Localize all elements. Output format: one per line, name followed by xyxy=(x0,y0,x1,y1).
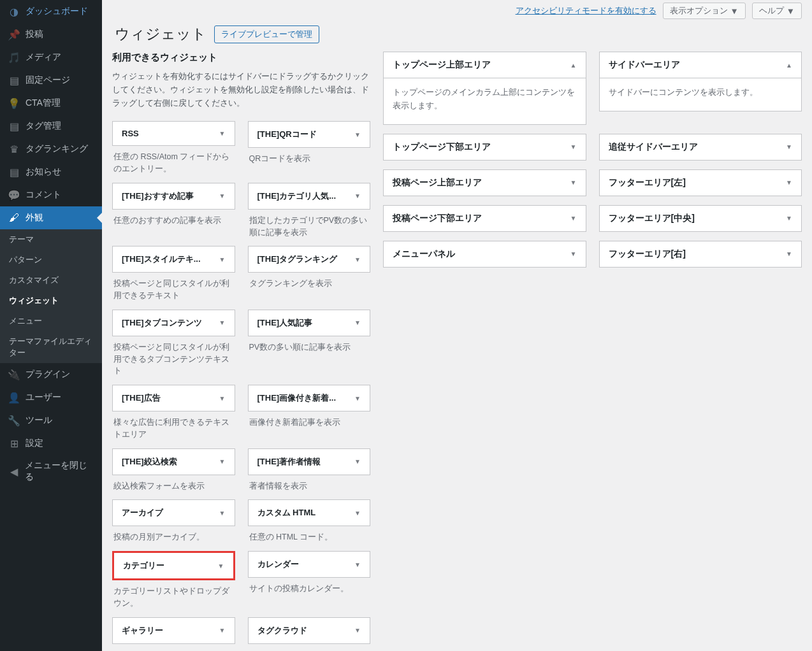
widget-block: アーカイブ▼投稿の月別アーカイブ。 xyxy=(112,499,235,545)
screen-options-button[interactable]: 表示オプション ▼ xyxy=(663,3,746,19)
widget-head[interactable]: カレンダー▼ xyxy=(248,551,371,578)
widget-head[interactable]: [THE]タブコンテンツ▼ xyxy=(112,310,235,336)
chevron-down-icon[interactable]: ▼ xyxy=(570,250,577,257)
widget-head[interactable]: [THE]人気記事▼ xyxy=(248,310,371,336)
widget-head[interactable]: [THE]QRコード▼ xyxy=(248,121,371,148)
menu-comments[interactable]: 💬コメント xyxy=(0,183,102,206)
menu-label: ダッシュボード xyxy=(25,6,88,17)
wrench-icon: 🔧 xyxy=(8,414,20,427)
brush-icon: 🖌 xyxy=(8,211,20,224)
chevron-down-icon[interactable]: ▼ xyxy=(570,215,577,222)
widget-head[interactable]: [THE]著作者情報▼ xyxy=(248,448,371,475)
chevron-down-icon[interactable]: ▼ xyxy=(786,143,792,150)
widget-head[interactable]: タグクラウド▼ xyxy=(248,617,371,644)
chevron-down-icon[interactable]: ▼ xyxy=(570,143,577,150)
widget-head[interactable]: [THE]スタイルテキ...▼ xyxy=(112,246,235,273)
admin-sidebar: ◑ダッシュボード 📌投稿 🎵メディア ▤固定ページ 💡CTA管理 ▤タグ管理 ♛… xyxy=(0,0,102,651)
widget-desc: 著者情報を表示 xyxy=(248,480,371,494)
chevron-down-icon: ▼ xyxy=(219,395,226,402)
chevron-down-icon: ▼ xyxy=(219,256,226,263)
available-widgets-section: 利用できるウィジェット ウィジェットを有効化するにはサイドバーにドラッグするかク… xyxy=(112,52,370,644)
menu-label: タグランキング xyxy=(25,143,88,155)
chevron-down-icon[interactable]: ▼ xyxy=(570,179,577,186)
widget-area: トップページ上部エリア▲トップページのメインカラム上部にコンテンツを表示します。 xyxy=(383,52,586,125)
menu-tags[interactable]: ▤タグ管理 xyxy=(0,115,102,138)
menu-pages[interactable]: ▤固定ページ xyxy=(0,69,102,92)
submenu-widgets[interactable]: ウィジェット xyxy=(0,290,102,311)
area-head[interactable]: 投稿ページ下部エリア▼ xyxy=(384,206,586,231)
area-head[interactable]: フッターエリア[左]▼ xyxy=(600,170,802,196)
widget-head[interactable]: アーカイブ▼ xyxy=(112,499,235,526)
area-head[interactable]: フッターエリア[右]▼ xyxy=(600,241,802,267)
widget-head[interactable]: カスタム HTML▼ xyxy=(248,499,371,526)
menu-settings[interactable]: ⊞設定 xyxy=(0,432,102,455)
menu-dashboard[interactable]: ◑ダッシュボード xyxy=(0,0,102,23)
widget-block: [THE]絞込検索▼絞込検索フォームを表示 xyxy=(112,448,235,494)
chevron-down-icon[interactable]: ▼ xyxy=(786,215,792,222)
widget-block: [THE]カテゴリ人気...▼指定したカテゴリでPV数の多い順に記事を表示 xyxy=(248,183,371,240)
gauge-icon: ◑ xyxy=(8,5,20,18)
widget-head[interactable]: [THE]広告▼ xyxy=(112,385,235,411)
widget-head[interactable]: [THE]タグランキング▼ xyxy=(248,246,371,273)
widget-head[interactable]: RSS▼ xyxy=(112,121,235,146)
area-head[interactable]: トップページ上部エリア▲ xyxy=(384,52,586,78)
widget-head[interactable]: [THE]画像付き新着...▼ xyxy=(248,385,371,411)
widget-head[interactable]: [THE]おすすめ記事▼ xyxy=(112,183,235,210)
menu-collapse[interactable]: ◀メニューを閉じる xyxy=(0,455,102,488)
widget-head[interactable]: [THE]絞込検索▼ xyxy=(112,448,235,475)
a11y-link[interactable]: アクセシビリティモードを有効にする xyxy=(516,5,656,17)
menu-appearance[interactable]: 🖌外観 xyxy=(0,206,102,229)
chevron-up-icon[interactable]: ▲ xyxy=(786,62,792,69)
widget-title: カスタム HTML xyxy=(257,507,316,519)
area-head[interactable]: トップページ下部エリア▼ xyxy=(384,134,586,160)
widget-area: トップページ下部エリア▼ xyxy=(383,134,586,161)
area-head[interactable]: フッターエリア[中央]▼ xyxy=(600,206,802,231)
area-body: トップページのメインカラム上部にコンテンツを表示します。 xyxy=(384,78,586,124)
widget-head[interactable]: カテゴリー▼ xyxy=(112,551,235,580)
menu-cta[interactable]: 💡CTA管理 xyxy=(0,92,102,115)
area-head[interactable]: 追従サイドバーエリア▼ xyxy=(600,134,802,160)
widget-block: RSS▼任意の RSS/Atom フィードからのエントリー。 xyxy=(112,121,235,176)
menu-label: ツール xyxy=(25,415,52,426)
widget-area: メニューパネル▼ xyxy=(383,241,586,268)
menu-label: プラグイン xyxy=(25,369,70,380)
menu-tools[interactable]: 🔧ツール xyxy=(0,409,102,432)
area-title: 投稿ページ下部エリア xyxy=(393,213,482,224)
chevron-up-icon[interactable]: ▲ xyxy=(570,62,577,69)
pin-icon: 📌 xyxy=(8,28,20,41)
chevron-down-icon[interactable]: ▼ xyxy=(786,250,792,257)
submenu-customize[interactable]: カスタマイズ xyxy=(0,270,102,290)
submenu-themes[interactable]: テーマ xyxy=(0,229,102,250)
chevron-down-icon: ▼ xyxy=(354,510,361,517)
submenu-patterns[interactable]: パターン xyxy=(0,250,102,270)
area-head[interactable]: サイドバーエリア▲ xyxy=(600,52,802,78)
help-button[interactable]: ヘルプ ▼ xyxy=(752,3,802,19)
submenu-menus[interactable]: メニュー xyxy=(0,311,102,331)
menu-notice[interactable]: ▤お知らせ xyxy=(0,161,102,183)
widget-title: [THE]タブコンテンツ xyxy=(122,317,202,329)
menu-label: CTA管理 xyxy=(25,97,61,109)
submenu-editor[interactable]: テーマファイルエディター xyxy=(0,331,102,363)
menu-tagranking[interactable]: ♛タグランキング xyxy=(0,138,102,161)
chevron-down-icon: ▼ xyxy=(787,6,795,16)
chevron-down-icon: ▼ xyxy=(354,256,361,263)
widget-head[interactable]: [THE]カテゴリ人気...▼ xyxy=(248,183,371,210)
area-head[interactable]: メニューパネル▼ xyxy=(384,241,586,267)
menu-posts[interactable]: 📌投稿 xyxy=(0,23,102,46)
chevron-down-icon[interactable]: ▼ xyxy=(786,179,792,186)
menu-plugins[interactable]: 🔌プラグイン xyxy=(0,363,102,386)
widget-block: [THE]タブコンテンツ▼投稿ページと同じスタイルが利用できるタブコンテンツテキ… xyxy=(112,310,235,378)
live-preview-button[interactable]: ライブプレビューで管理 xyxy=(214,25,319,43)
area-head[interactable]: 投稿ページ上部エリア▼ xyxy=(384,170,586,196)
widget-title: [THE]スタイルテキ... xyxy=(122,254,201,265)
widget-head[interactable]: ギャラリー▼ xyxy=(112,617,235,644)
menu-users[interactable]: 👤ユーザー xyxy=(0,386,102,409)
widget-areas-section: トップページ上部エリア▲トップページのメインカラム上部にコンテンツを表示します。… xyxy=(383,52,802,268)
menu-label: お知らせ xyxy=(25,166,61,178)
chevron-down-icon: ▼ xyxy=(730,6,739,16)
chevron-down-icon: ▼ xyxy=(354,192,361,199)
widget-area: サイドバーエリア▲サイドバーにコンテンツを表示します。 xyxy=(599,52,802,111)
user-icon: 👤 xyxy=(8,391,20,404)
menu-media[interactable]: 🎵メディア xyxy=(0,46,102,69)
menu-label: 設定 xyxy=(25,438,43,449)
